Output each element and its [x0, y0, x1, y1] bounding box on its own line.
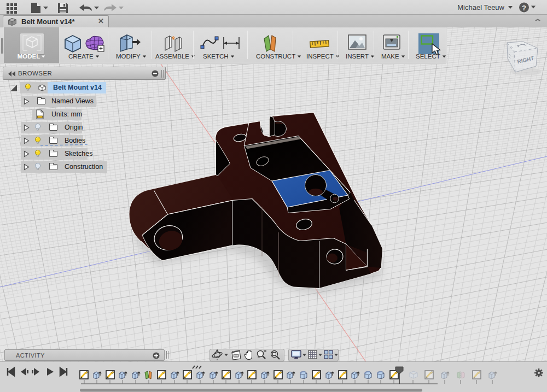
svg-text:?: ? — [522, 4, 526, 12]
